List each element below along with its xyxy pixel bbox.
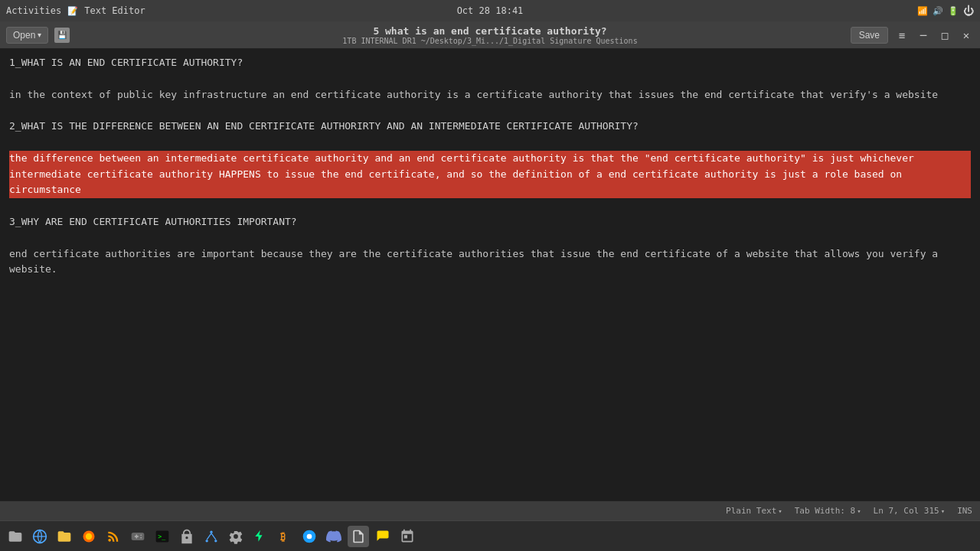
close-button[interactable]: ✕ [959, 28, 974, 43]
sound-icon: 🔊 [933, 6, 943, 16]
svg-point-18 [307, 533, 312, 539]
activities-button[interactable]: Activities [6, 5, 61, 16]
minimize-button[interactable]: ─ [916, 28, 931, 43]
editor-line [9, 230, 971, 246]
taskbar-discord-icon[interactable] [323, 526, 345, 547]
taskbar-terminal-icon[interactable]: >_ [152, 526, 173, 547]
editor-line [9, 135, 971, 151]
status-bar: Plain Text ▾ Tab Width: 8 ▾ Ln 7, Col 31… [0, 500, 980, 520]
svg-line-14 [207, 533, 211, 539]
taskbar: >_ ₿ [0, 520, 980, 551]
position-selector[interactable]: Ln 7, Col 315 ▾ [874, 506, 946, 516]
maximize-button[interactable]: □ [937, 28, 952, 43]
taskbar-files-icon[interactable] [5, 526, 26, 547]
svg-text:₿: ₿ [280, 531, 286, 543]
file-type-chevron-icon: ▾ [778, 507, 782, 515]
svg-point-8 [140, 536, 142, 538]
position-label: Ln 7, Col 315 [874, 506, 939, 516]
taskbar-settings-icon[interactable] [225, 526, 247, 547]
editor-area[interactable]: 1_WHAT IS AN END CERTIFICATE AUTHORITY? … [0, 49, 980, 500]
svg-point-7 [140, 534, 142, 536]
floppy-icon: 💾 [54, 28, 70, 43]
editor-line [9, 198, 971, 214]
taskbar-notes-icon[interactable] [372, 526, 394, 547]
editor-line: 2_WHAT IS THE DIFFERENCE BETWEEN AN END … [9, 119, 971, 135]
insert-mode-label: INS [957, 506, 972, 516]
document-path: 1TB INTERNAL DR1 ~/Desktop/3_Mi.../1_Dig… [342, 37, 637, 45]
tab-width-label: Tab Width: 8 [795, 506, 855, 516]
taskbar-rss-icon[interactable] [103, 526, 124, 547]
taskbar-texteditor-icon[interactable] [348, 526, 369, 547]
svg-text:>_: >_ [158, 533, 166, 540]
system-bar-right: 📶 🔊 🔋 ⏻ [917, 5, 974, 17]
taskbar-browser-icon[interactable] [29, 526, 51, 547]
taskbar-firefox-icon[interactable] [78, 526, 100, 547]
app-icon: 📝 [67, 6, 78, 16]
svg-point-13 [214, 540, 217, 542]
network-icon: 📶 [917, 6, 928, 16]
file-type-label: Plain Text [726, 506, 776, 516]
tab-width-selector[interactable]: Tab Width: 8 ▾ [795, 506, 861, 516]
taskbar-folder-icon[interactable] [54, 526, 75, 547]
file-type-selector[interactable]: Plain Text ▾ [726, 506, 782, 516]
taskbar-password-icon[interactable] [176, 526, 198, 547]
taskbar-steam-icon[interactable] [299, 526, 320, 547]
system-bar: Activities 📝 Text Editor Oct 28 18:41 📶 … [0, 0, 980, 21]
editor-line: end certificate authorities are importan… [9, 246, 971, 279]
taskbar-network-icon[interactable] [201, 526, 222, 547]
app-bar-title: 5 what is an end certificate authority? … [342, 25, 637, 45]
position-chevron-icon: ▾ [941, 507, 945, 515]
svg-rect-6 [135, 536, 139, 537]
open-label: Open [13, 30, 35, 41]
taskbar-torrent-icon[interactable] [250, 526, 271, 547]
battery-icon: 🔋 [948, 6, 959, 16]
editor-line: the difference between an intermediate c… [9, 151, 971, 198]
editor-line: 3_WHY ARE END CERTIFICATE AUTHORITIES IM… [9, 214, 971, 230]
app-name-label: Text Editor [84, 5, 145, 16]
app-bar: Open ▾ 💾 5 what is an end certificate au… [0, 21, 980, 49]
svg-point-11 [210, 530, 212, 533]
tab-width-chevron-icon: ▾ [857, 507, 861, 515]
system-bar-left: Activities 📝 Text Editor [6, 5, 145, 16]
open-chevron-icon: ▾ [38, 31, 41, 39]
document-title: 5 what is an end certificate authority? [342, 25, 637, 37]
save-button[interactable]: Save [851, 27, 888, 44]
taskbar-calendar-icon[interactable] [397, 526, 418, 547]
system-bar-datetime: Oct 28 18:41 [457, 5, 524, 16]
taskbar-games-icon[interactable] [127, 526, 149, 547]
open-button[interactable]: Open ▾ [6, 27, 48, 44]
editor-line [9, 103, 971, 119]
editor-line: in the context of public key infrastruct… [9, 87, 971, 103]
menu-icon[interactable]: ≡ [894, 28, 910, 43]
svg-line-15 [211, 533, 216, 539]
power-icon: ⏻ [963, 5, 974, 17]
editor-line: 1_WHAT IS AN END CERTIFICATE AUTHORITY? [9, 55, 971, 71]
taskbar-bitcoin-icon[interactable]: ₿ [274, 526, 296, 547]
svg-point-3 [86, 533, 92, 539]
svg-point-12 [206, 540, 208, 542]
editor-line [9, 71, 971, 87]
